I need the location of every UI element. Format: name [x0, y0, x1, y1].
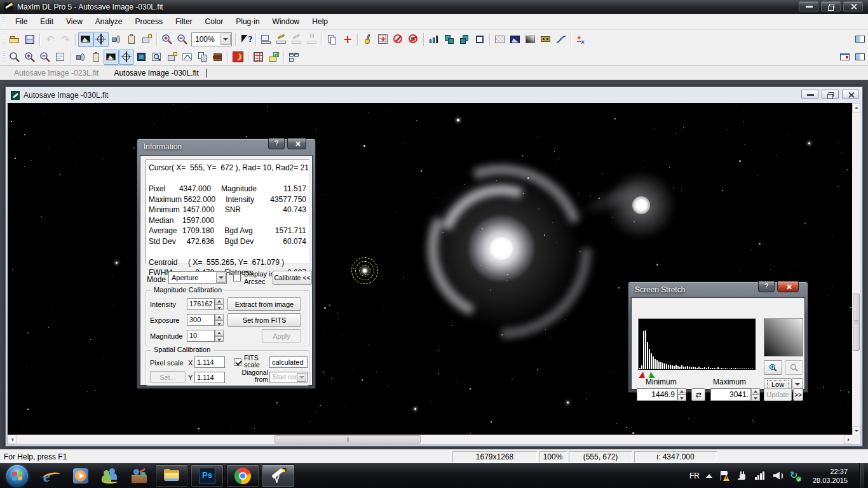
screen-stretch-button[interactable]: [104, 50, 119, 65]
doc-minimize-button[interactable]: [801, 90, 818, 99]
ban-arrow-button[interactable]: [406, 32, 421, 47]
close-button[interactable]: [843, 1, 863, 11]
stretch-help-button[interactable]: ?: [758, 281, 775, 292]
taskbar-maxim-dl[interactable]: [262, 464, 295, 487]
toolbar-grip[interactable]: [1, 32, 7, 47]
grid-red-button[interactable]: [251, 50, 266, 65]
start-button[interactable]: [6, 465, 28, 487]
minimize-button[interactable]: [799, 1, 818, 11]
diagonal-dropdown-button[interactable]: [297, 373, 306, 382]
vertical-scrollbar[interactable]: [852, 103, 860, 436]
vertical-scroll-thumb[interactable]: [853, 294, 860, 351]
clipboard-button[interactable]: [88, 50, 104, 65]
extract-from-image-button[interactable]: Extract from image: [227, 297, 301, 311]
histogram-panel[interactable]: [638, 318, 756, 370]
info-close-button[interactable]: [287, 139, 306, 149]
dual-pane-button[interactable]: [853, 32, 868, 47]
expand-button[interactable]: >>: [793, 388, 803, 401]
plus-minus-button[interactable]: +×: [574, 32, 589, 47]
apply-button[interactable]: Apply: [262, 329, 301, 342]
info-ruler-button[interactable]: [259, 32, 274, 47]
histogram-zoom-in-button[interactable]: [764, 360, 782, 375]
document-title-bar[interactable]: Autosave Image -030L.fit: [6, 87, 862, 103]
measure-ruler-2-button[interactable]: [289, 32, 304, 47]
menu-view[interactable]: View: [60, 15, 89, 28]
stretch-close-button[interactable]: [777, 281, 799, 292]
mode-dropdown-button[interactable]: [216, 273, 226, 283]
scroll-up-button[interactable]: [852, 103, 860, 112]
checker-box-button[interactable]: [492, 32, 508, 47]
show-hidden-icons-button[interactable]: [706, 474, 712, 478]
calibrate-button[interactable]: Calibrate <<: [273, 271, 312, 285]
update-button[interactable]: Update: [764, 388, 792, 401]
taskbar-windows-explorer[interactable]: [155, 464, 188, 487]
menu-color[interactable]: Color: [199, 15, 230, 28]
doc-close-button[interactable]: [842, 90, 859, 99]
magnifier-button[interactable]: [7, 50, 22, 65]
menu-file[interactable]: File: [9, 15, 34, 28]
speaker-icon[interactable]: [772, 470, 783, 482]
set-from-fits-button[interactable]: Set from FITS: [227, 313, 301, 327]
pixel-scale-x-input[interactable]: 1.114: [194, 356, 225, 368]
language-indicator[interactable]: FR: [689, 471, 700, 480]
fits-scale-checkbox[interactable]: [234, 358, 241, 366]
minimum-spinner[interactable]: [677, 388, 686, 401]
scroll-left-button[interactable]: [8, 435, 17, 444]
preview-mag-button[interactable]: [149, 50, 165, 65]
curve-line-button[interactable]: [553, 32, 569, 47]
zoom-dropdown-button[interactable]: [220, 34, 231, 45]
curve-panel-button[interactable]: [180, 50, 195, 65]
hot-pixel-grid-button[interactable]: +: [376, 32, 391, 47]
gradient-box-button[interactable]: [523, 32, 538, 47]
frame-square-button[interactable]: [472, 32, 487, 47]
camera-settings-button[interactable]: [165, 50, 180, 65]
doc-restore-button[interactable]: [822, 90, 839, 99]
action-center-flag-icon[interactable]: [719, 470, 730, 482]
info-panel-button[interactable]: [53, 50, 68, 65]
books-button[interactable]: [210, 50, 226, 65]
tab-autosave-023[interactable]: Autosave Image -023L.fit: [6, 67, 106, 79]
network-signal-icon[interactable]: [754, 470, 766, 482]
menu-filter[interactable]: Filter: [169, 15, 199, 28]
menu-process[interactable]: Process: [129, 15, 169, 28]
marker-plus-button[interactable]: +: [340, 32, 355, 47]
folder-chart-button[interactable]: [266, 50, 281, 65]
toolbar-grip[interactable]: [1, 50, 7, 65]
histogram-zoom-out-button[interactable]: [785, 360, 803, 375]
undo-button[interactable]: ↶: [43, 32, 58, 47]
menu-help[interactable]: Help: [306, 15, 334, 28]
save-button[interactable]: [22, 32, 37, 47]
zoom-out-button[interactable]: [175, 32, 190, 47]
menu-analyze[interactable]: Analyze: [89, 15, 129, 28]
taskbar-internet-explorer[interactable]: e: [37, 464, 66, 488]
intensity-input[interactable]: 176162: [187, 298, 215, 310]
zoom-level-combobox[interactable]: 100%: [191, 32, 232, 46]
tile-squares-button[interactable]: [442, 32, 457, 47]
taskbar-chrome[interactable]: [226, 464, 259, 487]
copy-stack-button[interactable]: [195, 50, 210, 65]
taskbar-clock[interactable]: 22:37 28.03.2015: [808, 467, 853, 485]
intensity-spinner[interactable]: [215, 298, 224, 310]
ban-circle-button[interactable]: [391, 32, 406, 47]
maximum-spinner[interactable]: [751, 388, 760, 401]
taskbar-media-player[interactable]: [66, 464, 95, 488]
pixel-scale-y-input[interactable]: 1.114: [194, 372, 225, 383]
restore-button[interactable]: [821, 1, 841, 11]
mag-ruler-button[interactable]: M: [304, 32, 320, 47]
clipboard-button[interactable]: [124, 32, 139, 47]
blue-frame-button[interactable]: [134, 50, 149, 65]
graph-bars-button[interactable]: [426, 32, 442, 47]
aperture-crosshair-button[interactable]: [119, 50, 134, 65]
swap-min-max-button[interactable]: ⇄: [691, 388, 705, 401]
menu-plugin[interactable]: Plug-in: [229, 15, 266, 28]
taskbar-messenger[interactable]: [95, 464, 125, 488]
context-help-button[interactable]: ?: [238, 32, 254, 47]
cascade-squares-button[interactable]: [457, 32, 472, 47]
histogram-box-button[interactable]: [508, 32, 523, 47]
show-desktop-button[interactable]: [859, 463, 864, 488]
sync-icon[interactable]: ↻: [790, 470, 801, 482]
diagonal-from-combobox[interactable]: Start corner: [269, 372, 308, 383]
minimum-input[interactable]: 1446.9: [637, 388, 677, 401]
arcsec-checkbox[interactable]: [233, 274, 241, 281]
clean-brush-button[interactable]: [360, 32, 376, 47]
